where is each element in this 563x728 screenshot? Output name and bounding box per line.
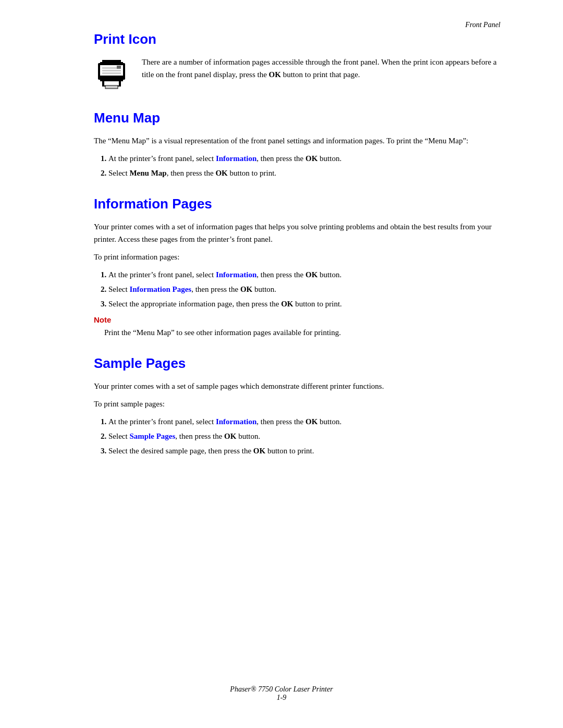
print-icon-description: There are a number of information pages … — [142, 56, 500, 81]
step-link: Menu Map — [129, 169, 166, 177]
list-item: Select Sample Pages, then press the OK b… — [108, 430, 500, 442]
information-pages-intro: Your printer comes with a set of informa… — [94, 220, 500, 245]
sample-pages-steps: At the printer’s front panel, select Inf… — [108, 415, 500, 457]
step-text-mid: , then press the — [256, 270, 305, 279]
print-icon-title: Print Icon — [94, 31, 500, 47]
page-footer: Phaser® 7750 Color Laser Printer 1-9 — [230, 685, 333, 702]
step-end: button. — [236, 432, 260, 440]
step-end: button. — [317, 154, 341, 163]
step-link: Information — [216, 154, 256, 163]
step-text-pre: Select — [108, 285, 129, 293]
list-item: At the printer’s front panel, select Inf… — [108, 152, 500, 165]
step-text-mid: , then press the — [167, 169, 216, 177]
note-label: Note — [94, 315, 500, 324]
step-text-mid: , then press the — [256, 154, 305, 163]
print-icon-ok: OK — [269, 70, 281, 79]
menu-map-steps: At the printer’s front panel, select Inf… — [108, 152, 500, 179]
step-end: button to print. — [293, 300, 341, 308]
step-end: button to print. — [228, 169, 276, 177]
step-ok: OK — [253, 447, 265, 455]
section-sample-pages: Sample Pages Your printer comes with a s… — [94, 355, 500, 457]
step-ok: OK — [281, 300, 293, 308]
information-pages-intro2: To print information pages: — [94, 251, 500, 263]
information-pages-title: Information Pages — [94, 196, 500, 212]
print-icon-content: There are a number of information pages … — [94, 56, 500, 93]
step-text-mid: , then press the — [191, 285, 240, 293]
step-text-mid: , then press the — [175, 432, 224, 440]
note-text: Print the “Menu Map” to see other inform… — [94, 326, 500, 339]
svg-rect-10 — [104, 81, 119, 85]
step-link: Sample Pages — [129, 432, 175, 440]
svg-rect-7 — [117, 66, 121, 69]
step-ok: OK — [224, 432, 236, 440]
menu-map-title: Menu Map — [94, 110, 500, 126]
sample-pages-intro2: To print sample pages: — [94, 398, 500, 410]
step-link: Information — [216, 270, 256, 279]
step-ok: OK — [305, 270, 317, 279]
list-item: At the printer’s front panel, select Inf… — [108, 268, 500, 281]
svg-rect-8 — [100, 80, 123, 81]
step-end: button. — [317, 417, 341, 426]
header-text: Front Panel — [465, 21, 500, 29]
sample-pages-title: Sample Pages — [94, 355, 500, 372]
svg-rect-5 — [102, 70, 121, 71]
step-text-pre: Select the desired sample page, then pre… — [108, 447, 253, 455]
step-end: button. — [317, 270, 341, 279]
step-end: button. — [252, 285, 276, 293]
step-link: Information Pages — [129, 285, 191, 293]
step-ok: OK — [305, 154, 317, 163]
list-item: Select Information Pages, then press the… — [108, 283, 500, 295]
section-print-icon: Print Icon — [94, 31, 500, 93]
list-item: At the printer’s front panel, select Inf… — [108, 415, 500, 428]
section-menu-map: Menu Map The “Menu Map” is a visual repr… — [94, 110, 500, 179]
step-text-pre: At the printer’s front panel, select — [108, 417, 216, 426]
print-icon-body-end: button to print that page. — [281, 70, 360, 79]
step-text-pre: Select the appropriate information page,… — [108, 300, 281, 308]
list-item: Select the appropriate information page,… — [108, 298, 500, 310]
page: Front Panel Print Icon — [0, 0, 563, 728]
step-link: Information — [216, 417, 256, 426]
step-text-pre: Select — [108, 432, 129, 440]
svg-rect-1 — [100, 62, 123, 63]
svg-rect-11 — [105, 85, 118, 89]
step-text-mid: , then press the — [256, 417, 305, 426]
step-ok: OK — [240, 285, 252, 293]
step-ok: OK — [305, 417, 317, 426]
section-information-pages: Information Pages Your printer comes wit… — [94, 196, 500, 339]
step-text-pre: At the printer’s front panel, select — [108, 154, 216, 163]
step-end: button to print. — [265, 447, 314, 455]
svg-rect-6 — [102, 72, 121, 74]
list-item: Select Menu Map, then press the OK butto… — [108, 167, 500, 179]
list-item: Select the desired sample page, then pre… — [108, 445, 500, 457]
menu-map-intro: The “Menu Map” is a visual representatio… — [94, 134, 500, 147]
note-block: Note Print the “Menu Map” to see other i… — [94, 315, 500, 339]
step-ok: OK — [215, 169, 227, 177]
page-header: Front Panel — [465, 21, 500, 29]
step-text-pre: At the printer’s front panel, select — [108, 270, 216, 279]
footer-line2: 1-9 — [230, 694, 333, 702]
svg-rect-0 — [102, 60, 121, 62]
printer-icon — [94, 58, 129, 93]
information-pages-steps: At the printer’s front panel, select Inf… — [108, 268, 500, 310]
footer-line1: Phaser® 7750 Color Laser Printer — [230, 685, 333, 694]
sample-pages-intro: Your printer comes with a set of sample … — [94, 380, 500, 392]
step-text-pre: Select — [108, 169, 129, 177]
